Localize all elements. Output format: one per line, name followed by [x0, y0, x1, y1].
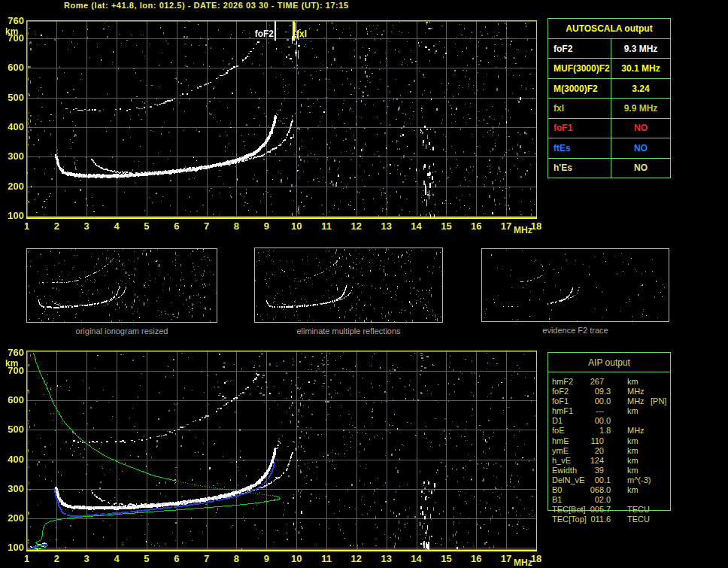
- ionogram_top-xtick-4: 4: [106, 222, 127, 231]
- aip-param-value: 00: [571, 475, 604, 485]
- fof2-marker-label: foF2: [248, 29, 274, 38]
- autoscala-param-label: MUF(3000)F2: [548, 59, 611, 77]
- aip-param-unit: km: [627, 466, 639, 475]
- ionogram_bottom-ytick-100: 100: [0, 543, 24, 552]
- aip-param-label: ymE: [552, 446, 569, 456]
- ionogram_top-xtick-2: 2: [46, 222, 67, 231]
- thumbnail-1-box: [26, 248, 217, 323]
- aip-param-value: 124: [571, 456, 604, 466]
- autoscala-param-label: fxI: [548, 99, 611, 117]
- aip-param-value: 068: [571, 485, 604, 495]
- aip-table-header: AIP output: [548, 353, 670, 372]
- aip-param-unit: km: [627, 456, 639, 466]
- ionogram_bottom-xtick-14: 14: [406, 554, 427, 563]
- aip-param-value-frac: .0: [604, 396, 611, 406]
- autoscala-row-fof2: foF29.3 MHz: [548, 39, 670, 59]
- autoscala-param-label: M(3000)F2: [548, 79, 611, 98]
- aip-row-hve: h_vE124km: [548, 456, 670, 466]
- autoscala-row-muf3000f2: MUF(3000)F230.1 MHz: [548, 59, 670, 78]
- aip-param-value-frac: .0: [604, 495, 611, 505]
- aip-param-unit: km: [627, 485, 639, 495]
- aip-param-value-frac: .7: [604, 505, 611, 515]
- thumbnail-2-canvas: [255, 248, 442, 322]
- aip-param-value-frac: .0: [604, 416, 611, 426]
- ionogram_bottom-ytick-600: 600: [0, 396, 24, 405]
- ionogram_bottom-xtick-6: 6: [166, 554, 187, 563]
- ionogram_bottom-xlabel: MHz: [514, 558, 532, 567]
- ionogram_top-xtick-5: 5: [136, 222, 157, 231]
- ionogram_bottom-xtick-16: 16: [466, 554, 487, 563]
- thumbnail-3-box: [481, 248, 669, 322]
- aip-row-fof2: foF209.3MHz: [548, 387, 670, 396]
- ionogram_bottom-xtick-3: 3: [76, 554, 97, 563]
- aip-row-foe: foE1.8MHz: [548, 426, 670, 436]
- aip-row-yme: ymE20km: [548, 446, 670, 456]
- ionogram-bottom-canvas: [26, 351, 537, 551]
- aip-param-label: hmF2: [552, 377, 573, 387]
- aip-param-value: 005: [571, 505, 604, 515]
- fxi-marker-label: fxI: [296, 29, 307, 38]
- aip-row-tecbot: TEC[Bot]005.7TECU: [548, 505, 670, 515]
- aip-param-label: foF1: [552, 396, 569, 406]
- aip-param-unit: m^(-3): [627, 475, 651, 485]
- aip-param-unit: MHz: [627, 426, 645, 436]
- aip-param-value: 011: [571, 515, 604, 524]
- autoscala-row-m3000f2: M(3000)F23.24: [548, 79, 670, 99]
- thumbnail-1-caption: original ionogram resized: [26, 327, 217, 336]
- ionogram_top-ytick-400: 400: [0, 123, 24, 132]
- aip-param-value-frac: .1: [604, 475, 611, 485]
- autoscala-table-header: AUTOSCALA output: [548, 19, 670, 39]
- aip-row-hmf1: hmF1---km: [548, 406, 670, 416]
- ionogram_top-xtick-8: 8: [226, 222, 247, 231]
- aip-param-value: 09: [571, 387, 604, 396]
- autoscala-row-fxi: fxI9.9 MHz: [548, 99, 670, 118]
- thumbnail-3-caption: evidence F2 trace: [481, 326, 669, 335]
- aip-param-unit: MHz: [627, 387, 645, 396]
- aip-param-value: 110: [571, 436, 604, 446]
- autoscala-param-value: 3.24: [611, 79, 670, 98]
- ionogram_top-xtick-9: 9: [256, 222, 277, 231]
- ionogram_top-xtick-6: 6: [166, 222, 187, 231]
- aip-param-unit: MHz: [627, 396, 645, 406]
- ionogram_bottom-xtick-7: 7: [196, 554, 217, 563]
- autoscala-param-value: 30.1 MHz: [611, 59, 670, 77]
- aip-param-value-frac: .8: [604, 426, 611, 436]
- ionogram_bottom-ylabel: km: [5, 359, 18, 368]
- ionogram_bottom-ytick-300: 300: [0, 484, 24, 494]
- ionogram_top-xtick-3: 3: [76, 222, 97, 231]
- autoscala-row-fof1: foF1NO: [548, 119, 670, 138]
- thumbnail-3-canvas: [482, 249, 669, 321]
- aip-param-value: 20: [571, 446, 604, 456]
- aip-param-label: foF2: [552, 387, 569, 396]
- aip-row-d1: D100.0: [548, 416, 670, 426]
- ionogram_bottom-xtick-15: 15: [435, 554, 457, 563]
- aip-row-b1: B102.0: [548, 495, 670, 505]
- autoscala-param-value: 9.9 MHz: [611, 99, 670, 117]
- ionogram_top-ytick-200: 200: [0, 182, 24, 191]
- ionogram_top-xlabel: MHz: [514, 226, 532, 235]
- autoscala-param-label: ftEs: [548, 138, 611, 157]
- aip-param-value-frac: .6: [604, 515, 611, 524]
- ionogram_bottom-xtick-8: 8: [226, 554, 247, 563]
- ionogram_bottom-ytick-400: 400: [0, 455, 24, 464]
- autoscala-window: Rome (lat: +41.8, lon: 012.5) - DATE: 20…: [0, 0, 728, 568]
- ionogram_top-ylabel: km: [5, 27, 18, 36]
- ionogram_bottom-xtick-1: 1: [17, 554, 38, 563]
- aip-param-unit: km: [627, 446, 639, 456]
- ionogram_bottom-xtick-9: 9: [256, 554, 277, 563]
- autoscala-param-value: 9.3 MHz: [611, 39, 670, 58]
- ionogram_bottom-ytick-500: 500: [0, 425, 24, 434]
- aip-param-label: hmF1: [552, 406, 573, 416]
- aip-param-unit: TECU: [627, 505, 650, 515]
- aip-param-value: 02: [571, 495, 604, 505]
- aip-param-unit: TECU: [627, 515, 650, 524]
- aip-param-label: foE: [552, 426, 565, 436]
- aip-param-label: D1: [552, 416, 563, 426]
- ionogram_bottom-xtick-5: 5: [136, 554, 157, 563]
- autoscala-param-label: foF1: [548, 119, 611, 138]
- ionogram_bottom-ytick-760: 760: [0, 348, 24, 357]
- autoscala-param-label: foF2: [548, 39, 611, 58]
- ionogram_top-ytick-100: 100: [0, 211, 24, 220]
- autoscala-param-label: h'Es: [548, 159, 611, 178]
- autoscala-output-table: AUTOSCALA output foF29.3 MHzMUF(3000)F23…: [548, 18, 671, 178]
